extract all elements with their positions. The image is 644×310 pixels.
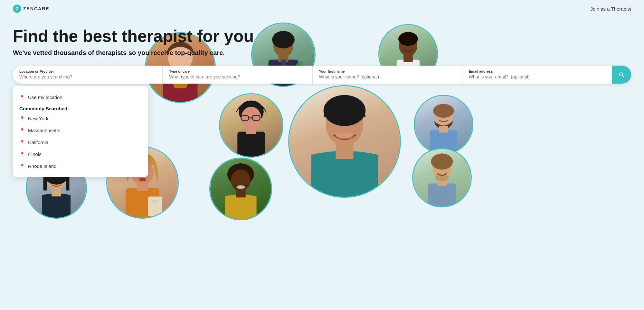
dropdown-item-label-rhodeisland: Rhode Island: [28, 163, 56, 169]
svg-point-27: [433, 104, 454, 118]
dropdown-item-california[interactable]: 📍 California: [13, 136, 148, 148]
pin-icon-newyork: 📍: [19, 116, 25, 121]
svg-rect-10: [237, 132, 265, 157]
svg-rect-20: [336, 144, 353, 159]
svg-point-46: [236, 185, 245, 189]
svg-rect-39: [148, 196, 162, 216]
hero-section: Find the best therapist for you We've ve…: [0, 17, 644, 84]
dropdown-item-label-california: California: [28, 140, 48, 145]
svg-point-5: [239, 100, 264, 123]
join-therapist-link[interactable]: Join as a Therapist: [591, 6, 631, 12]
svg-rect-11: [246, 128, 256, 134]
hero-headline: Find the best therapist for you: [13, 27, 631, 45]
care-label: Type of care: [169, 69, 306, 73]
location-dropdown: 📍 Use my location Commonly Searched: 📍 N…: [13, 86, 148, 177]
email-field-wrapper: Email address: [462, 66, 612, 84]
svg-rect-29: [439, 126, 448, 132]
search-bar: Location or Provider Type of care Your f…: [13, 66, 631, 84]
logo-icon: Z: [13, 5, 21, 13]
svg-rect-34: [52, 189, 61, 196]
svg-point-4: [241, 107, 261, 129]
email-input[interactable]: [469, 74, 605, 79]
location-field-wrapper: Location or Provider: [13, 66, 163, 84]
svg-point-51: [435, 174, 449, 181]
svg-rect-45: [236, 190, 245, 197]
svg-point-26: [434, 106, 453, 127]
svg-point-43: [227, 163, 254, 185]
pin-icon-rhodeisland: 📍: [19, 164, 25, 169]
dropdown-item-illinois[interactable]: 📍 Illinois: [13, 148, 148, 160]
dropdown-item-label-newyork: New York: [28, 116, 48, 121]
svg-rect-50: [437, 179, 447, 186]
therapist-circle-6: [414, 95, 473, 154]
svg-rect-8: [252, 115, 260, 121]
logo-text: ZENCARE: [23, 6, 50, 11]
dropdown-item-newyork[interactable]: 📍 New York: [13, 113, 148, 124]
pin-icon-california: 📍: [19, 140, 25, 145]
svg-point-18: [326, 102, 364, 146]
hero-subheadline: We've vetted thousands of therapists so …: [13, 49, 631, 57]
svg-point-42: [231, 169, 250, 191]
svg-rect-7: [241, 115, 249, 121]
name-label: Your first name: [319, 69, 456, 73]
therapist-circle-2: [219, 93, 283, 158]
svg-point-19: [324, 95, 366, 126]
svg-point-38: [139, 178, 146, 181]
svg-point-47: [433, 159, 451, 180]
location-label: Location or Provider: [19, 69, 156, 73]
search-icon: [618, 71, 625, 78]
svg-point-21: [336, 132, 353, 139]
therapist-circle-10: [412, 148, 472, 207]
name-input[interactable]: [319, 74, 456, 79]
search-button[interactable]: [612, 66, 631, 84]
use-location-item[interactable]: 📍 Use my location: [13, 91, 148, 103]
care-input[interactable]: [169, 74, 306, 79]
svg-rect-36: [126, 188, 159, 218]
logo[interactable]: Z ZENCARE: [13, 5, 50, 13]
email-label: Email address: [469, 69, 605, 73]
care-field-wrapper: Type of care: [163, 66, 312, 84]
location-pin-icon: 📍: [19, 95, 25, 100]
search-container: Location or Provider Type of care Your f…: [13, 66, 631, 84]
svg-rect-49: [428, 183, 456, 206]
pin-icon-massachusetts: 📍: [19, 128, 25, 133]
svg-point-48: [431, 153, 453, 169]
header: Z ZENCARE Join as a Therapist: [0, 0, 644, 17]
name-field-wrapper: Your first name: [313, 66, 462, 84]
svg-point-6: [241, 107, 261, 129]
svg-rect-28: [430, 130, 458, 153]
dropdown-item-label-illinois: Illinois: [28, 151, 42, 157]
dropdown-item-rhodeisland[interactable]: 📍 Rhode Island: [13, 160, 148, 172]
svg-point-44: [231, 169, 250, 191]
commonly-searched-label: Commonly Searched:: [13, 103, 148, 113]
use-location-label: Use my location: [28, 95, 62, 100]
location-input[interactable]: [19, 74, 156, 79]
dropdown-item-massachusetts[interactable]: 📍 Massachusetts: [13, 124, 148, 136]
pin-icon-illinois: 📍: [19, 152, 25, 157]
svg-rect-37: [137, 184, 148, 191]
therapist-circle-4: [288, 85, 401, 198]
therapist-circle-9: [209, 158, 272, 220]
dropdown-item-label-massachusetts: Massachusetts: [28, 128, 60, 133]
